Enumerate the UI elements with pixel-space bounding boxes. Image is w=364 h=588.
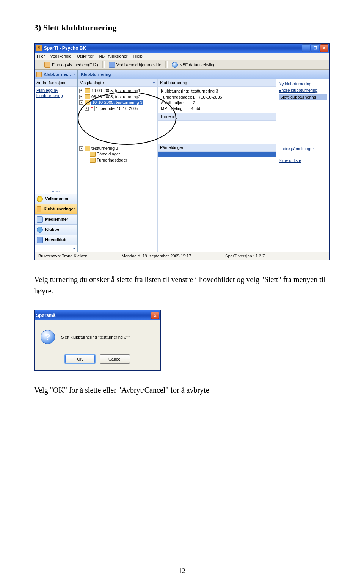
detail-left: Klubbturnering Klubbturnering: testturne… (158, 79, 276, 144)
link-delete-tournament[interactable]: Slett klubbturnering (279, 94, 327, 100)
window-title: SparTi - Psycho BK (44, 45, 301, 51)
tree-row[interactable]: +19-09-2005, testturnering1 (79, 88, 156, 94)
sidebar-section-label: Andre funksjoner (35, 79, 77, 87)
tree-row[interactable]: +03-10-2005, testturnering2 (79, 94, 156, 100)
nav-velkommen[interactable]: Velkommen (35, 194, 77, 204)
confirm-dialog: Spørsmål ✕ Slett klubbturnering "testtur… (34, 310, 161, 371)
clubs-icon (37, 227, 43, 233)
tree-row-child[interactable]: Turneringsdager (79, 157, 156, 163)
app-window: S SparTi - Psycho BK _ ❐ ✕ Filer Vedlike… (34, 43, 330, 260)
lower-list-strip: Påmeldinger (158, 144, 276, 152)
sidebar-header: Klubbturner... « (35, 70, 77, 79)
toolbar-find-member[interactable]: Finn og vis medlem(F12) (43, 61, 100, 68)
kv-value: 2 (193, 100, 195, 105)
sidebar-resize-handle[interactable]: •••••• (35, 190, 77, 194)
dialog-title: Spørsmål (36, 313, 150, 318)
folder-icon (90, 152, 96, 157)
tree-strip: Vis planlagte ▾ (78, 79, 157, 87)
status-version: SparTi versjon : 1.2.7 (225, 254, 265, 259)
toolbar-nbf-exchange[interactable]: NBF datautveksling (170, 61, 217, 68)
folder-icon (85, 94, 90, 99)
paragraph-1: Velg turnering du ønsker å slette fra li… (34, 274, 330, 296)
sidebar: Klubbturner... « Andre funksjoner Planle… (35, 70, 78, 252)
smile-icon (37, 196, 43, 202)
question-icon (41, 330, 55, 344)
detail-link-column: Ny klubbturnering Endre klubbturnering S… (276, 79, 329, 144)
sidebar-more-icon[interactable]: » (35, 245, 77, 252)
upper-tree-panel: Vis planlagte ▾ +19-09-2005, testturneri… (78, 79, 158, 144)
nav-klubber[interactable]: Klubber (35, 225, 77, 235)
cancel-button[interactable]: Cancel (100, 354, 130, 364)
tree-row[interactable]: -10-10-2005, testturnering 3 (79, 100, 156, 105)
maximize-button[interactable]: ❐ (311, 44, 319, 52)
lower-tree: -testturnering 3 Påmeldinger Turneringsd… (78, 144, 157, 164)
link-edit-signups[interactable]: Endre påmeldinger (279, 146, 327, 152)
close-button[interactable]: ✕ (320, 44, 328, 52)
nav-medlemmer[interactable]: Medlemmer (35, 215, 77, 225)
sidebar-plan-link[interactable]: Planlegg ny klubbturnering (35, 87, 77, 99)
detail-kv: Klubbturnering: testturnering 3 Turnerin… (158, 87, 276, 113)
nav-hovedklub[interactable]: Hovedklub (35, 235, 77, 245)
lower-list-left: Påmeldinger (158, 144, 276, 252)
maintain-home-icon (109, 62, 115, 68)
folder-icon (85, 100, 90, 105)
kv-value: Klubb (191, 106, 201, 111)
sidebar-header-icon (36, 72, 42, 77)
menu-hjelp[interactable]: Hjelp (133, 54, 143, 59)
upper-region: Vis planlagte ▾ +19-09-2005, testturneri… (78, 79, 329, 144)
menu-vedlikehold[interactable]: Vedlikehold (50, 54, 71, 59)
paragraph-2: Velg "OK" for å slette eller "Avbryt/Can… (34, 384, 330, 396)
main-column: Klubbturnering Vis planlagte ▾ +19-09-20… (78, 70, 329, 252)
plus-icon[interactable]: + (79, 95, 83, 99)
menubar: Filer Vedlikehold Utskrifter NBF funksjo… (35, 53, 329, 60)
plus-icon[interactable]: + (85, 107, 89, 111)
detail-panel: Klubbturnering Klubbturnering: testturne… (158, 79, 329, 144)
chevron-down-icon[interactable]: ▾ (153, 80, 155, 85)
nbf-exchange-icon (172, 62, 178, 68)
lower-tree-panel: -testturnering 3 Påmeldinger Turneringsd… (78, 144, 158, 252)
hovedklub-icon (37, 237, 43, 243)
nav-klubturneringer[interactable]: Klubturneringer (35, 204, 77, 215)
kv-label: Klubbturnering: (161, 89, 189, 93)
menu-nbf[interactable]: NBF funksjoner (99, 54, 128, 59)
tournament-tree: +19-09-2005, testturnering1 +03-10-2005,… (78, 87, 157, 113)
lower-region: -testturnering 3 Påmeldinger Turneringsd… (78, 144, 329, 252)
ok-button[interactable]: OK (65, 354, 95, 364)
dialog-message: Slett klubbturnering "testturnering 3"? (61, 335, 130, 339)
minus-icon[interactable]: - (79, 100, 83, 105)
tree-row[interactable]: -testturnering 3 (79, 146, 156, 151)
dialog-close-button[interactable]: ✕ (151, 312, 159, 319)
lower-link-column: Endre påmeldinger Skriv ut liste (276, 144, 329, 252)
section-heading: 3) Slett klubbturnering (34, 23, 330, 33)
toolbar: Finn og vis medlem(F12) Vedlikehold hjem… (35, 60, 329, 70)
minimize-button[interactable]: _ (302, 44, 310, 52)
members-icon (37, 216, 43, 223)
page-number: 12 (0, 567, 364, 575)
menu-filer[interactable]: Filer (37, 54, 45, 59)
sidebar-nav: •••••• Velkommen Klubturneringer Medlemm… (35, 190, 77, 252)
folder-icon (90, 158, 96, 163)
status-date: Mandag d. 19. september 2005 15:17 (122, 254, 191, 259)
kv-value: testturnering 3 (191, 89, 218, 93)
link-print-list[interactable]: Skriv ut liste (279, 157, 327, 164)
lower-list-selected-row[interactable] (158, 152, 276, 157)
menu-utskrifter[interactable]: Utskrifter (77, 54, 94, 59)
link-new-tournament[interactable]: Ny klubbturnering (279, 81, 327, 87)
link-edit-tournament[interactable]: Endre klubbturnering (279, 87, 327, 94)
tree-row-child[interactable]: +1. periode, 10-10-2005 (79, 105, 156, 112)
lower-list-panel: Påmeldinger Endre påmeldinger Skriv ut l… (158, 144, 329, 252)
kv-label: Turneringsdager:1 (161, 95, 195, 99)
period-icon (90, 106, 95, 111)
plus-icon[interactable]: + (79, 89, 83, 93)
kv-label: MP-tildeling: (161, 106, 184, 111)
folder-icon (85, 146, 90, 151)
toolbar-maintain-home[interactable]: Vedlikehold hjemmeside (107, 61, 163, 68)
sidebar-collapse-icon[interactable]: « (74, 72, 75, 77)
app-icon: S (36, 45, 42, 51)
kv-label: Antall puljer: (161, 100, 184, 105)
minus-icon[interactable]: - (79, 146, 83, 151)
tree-row-child[interactable]: Påmeldinger (79, 151, 156, 157)
statusbar: Brukernavn: Trond Kleiven Mandag d. 19. … (35, 252, 329, 260)
dialog-body: Slett klubbturnering "testturnering 3"? … (35, 320, 160, 370)
dialog-titlebar: Spørsmål ✕ (35, 310, 160, 320)
